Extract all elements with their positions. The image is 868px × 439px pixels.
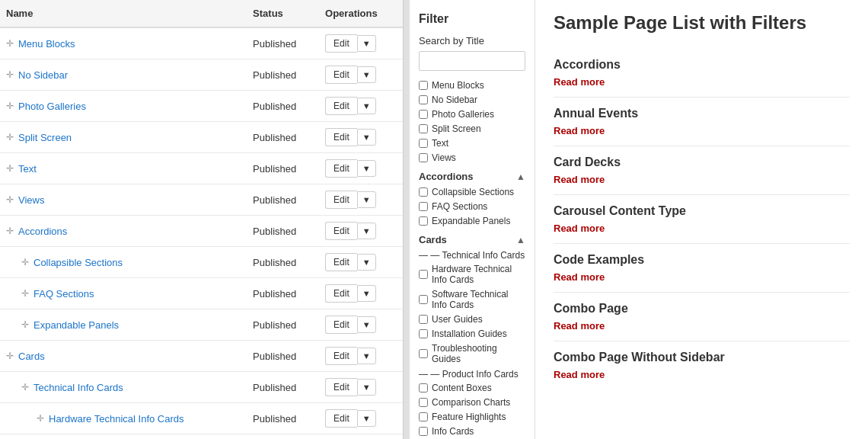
- filter-label[interactable]: Views: [432, 152, 456, 163]
- filter-checkbox[interactable]: [419, 270, 428, 279]
- filter-label[interactable]: No Sidebar: [432, 95, 477, 105]
- read-more-link[interactable]: Read more: [554, 369, 605, 380]
- read-more-link[interactable]: Read more: [554, 174, 605, 185]
- status-cell: Published: [247, 153, 319, 184]
- dropdown-button[interactable]: ▼: [357, 285, 376, 302]
- filter-label[interactable]: Info Cards: [432, 426, 474, 437]
- filter-checkbox[interactable]: [419, 383, 428, 393]
- filter-label[interactable]: Content Boxes: [432, 383, 492, 393]
- section-toggle-button[interactable]: ▲: [516, 171, 525, 182]
- page-link[interactable]: Collapsible Sections: [34, 257, 123, 268]
- edit-button[interactable]: Edit: [325, 409, 357, 428]
- filter-label[interactable]: Feature Highlights: [432, 412, 506, 422]
- drag-icon[interactable]: ✛: [6, 101, 14, 111]
- page-link[interactable]: Split Screen: [18, 132, 72, 143]
- page-link[interactable]: Accordions: [18, 226, 67, 237]
- dropdown-button[interactable]: ▼: [357, 254, 376, 271]
- read-more-link[interactable]: Read more: [554, 271, 605, 283]
- filter-label[interactable]: Text: [432, 138, 448, 149]
- drag-icon[interactable]: ✛: [6, 132, 14, 143]
- dropdown-button[interactable]: ▼: [357, 160, 376, 177]
- drag-icon[interactable]: ✛: [21, 257, 29, 268]
- filter-checkbox[interactable]: [419, 427, 428, 436]
- read-more-link[interactable]: Read more: [554, 320, 605, 332]
- filter-checkbox[interactable]: [419, 216, 428, 226]
- filter-label[interactable]: Hardware Technical Info Cards: [432, 264, 525, 285]
- drag-icon[interactable]: ✛: [6, 226, 14, 236]
- filter-checkbox[interactable]: [419, 95, 428, 104]
- filter-checkbox[interactable]: [419, 139, 428, 148]
- filter-label[interactable]: Photo Galleries: [432, 109, 494, 120]
- read-more-link[interactable]: Read more: [554, 76, 605, 88]
- edit-button[interactable]: Edit: [325, 159, 357, 178]
- filter-checkbox[interactable]: [419, 315, 428, 324]
- dropdown-button[interactable]: ▼: [357, 348, 376, 364]
- filter-label[interactable]: Installation Guides: [432, 328, 507, 339]
- page-link[interactable]: FAQ Sections: [34, 288, 94, 300]
- edit-button[interactable]: Edit: [325, 222, 357, 240]
- edit-button[interactable]: Edit: [325, 97, 357, 115]
- read-more-link[interactable]: Read more: [554, 223, 605, 234]
- edit-button[interactable]: Edit: [325, 284, 357, 303]
- drag-icon[interactable]: ✛: [6, 194, 14, 205]
- filter-checkbox[interactable]: [419, 187, 428, 197]
- page-link[interactable]: Text: [18, 163, 37, 175]
- edit-button[interactable]: Edit: [325, 347, 357, 365]
- filter-checkbox[interactable]: [419, 110, 428, 119]
- filter-checkbox[interactable]: [419, 295, 428, 304]
- dropdown-button[interactable]: ▼: [357, 129, 376, 146]
- edit-button[interactable]: Edit: [325, 66, 357, 84]
- drag-icon[interactable]: ✛: [6, 69, 14, 80]
- edit-button[interactable]: Edit: [325, 128, 357, 146]
- dropdown-button[interactable]: ▼: [357, 35, 376, 52]
- filter-label[interactable]: Menu Blocks: [432, 80, 484, 91]
- drag-icon[interactable]: ✛: [6, 38, 14, 49]
- page-link[interactable]: Expandable Panels: [34, 319, 119, 331]
- search-input[interactable]: [419, 51, 525, 71]
- edit-button[interactable]: Edit: [325, 316, 357, 334]
- edit-button[interactable]: Edit: [325, 378, 357, 396]
- edit-button[interactable]: Edit: [325, 191, 357, 209]
- page-link[interactable]: Hardware Technical Info Cards: [49, 413, 184, 425]
- drag-icon[interactable]: ✛: [21, 288, 29, 299]
- page-link[interactable]: Menu Blocks: [18, 38, 75, 50]
- filter-label[interactable]: FAQ Sections: [432, 201, 487, 212]
- dropdown-button[interactable]: ▼: [357, 191, 376, 208]
- drag-icon[interactable]: ✛: [6, 351, 14, 361]
- page-link[interactable]: No Sidebar: [18, 69, 68, 81]
- drag-icon[interactable]: ✛: [37, 413, 44, 424]
- page-link[interactable]: Views: [18, 194, 44, 206]
- dropdown-button[interactable]: ▼: [357, 223, 376, 239]
- filter-label[interactable]: Expandable Panels: [432, 216, 510, 226]
- edit-button[interactable]: Edit: [325, 34, 357, 53]
- filter-checkbox[interactable]: [419, 329, 428, 338]
- page-link[interactable]: Technical Info Cards: [34, 382, 123, 393]
- filter-checkbox[interactable]: [419, 349, 428, 358]
- edit-button[interactable]: Edit: [325, 253, 357, 271]
- dropdown-button[interactable]: ▼: [357, 316, 376, 333]
- dropdown-button[interactable]: ▼: [357, 98, 376, 114]
- filter-label[interactable]: User Guides: [432, 314, 483, 325]
- section-toggle-button[interactable]: ▲: [516, 235, 525, 245]
- filter-checkbox[interactable]: [419, 398, 428, 407]
- table-row: ✛TextPublishedEdit▼: [0, 153, 403, 184]
- filter-checkbox[interactable]: [419, 124, 428, 133]
- filter-checkbox[interactable]: [419, 202, 428, 211]
- page-link[interactable]: Cards: [18, 351, 45, 362]
- filter-label[interactable]: Comparison Charts: [432, 397, 510, 408]
- drag-icon[interactable]: ✛: [6, 163, 14, 174]
- filter-checkbox[interactable]: [419, 153, 428, 162]
- filter-label[interactable]: Troubleshooting Guides: [432, 343, 525, 364]
- filter-checkbox[interactable]: [419, 412, 428, 421]
- dropdown-button[interactable]: ▼: [357, 66, 376, 83]
- filter-checkbox[interactable]: [419, 81, 428, 90]
- filter-label[interactable]: Split Screen: [432, 123, 481, 134]
- filter-label[interactable]: Software Technical Info Cards: [432, 289, 525, 310]
- filter-label[interactable]: Collapsible Sections: [432, 187, 514, 197]
- dropdown-button[interactable]: ▼: [357, 410, 376, 427]
- drag-icon[interactable]: ✛: [21, 319, 29, 330]
- dropdown-button[interactable]: ▼: [357, 379, 376, 396]
- page-link[interactable]: Photo Galleries: [18, 101, 86, 112]
- drag-icon[interactable]: ✛: [21, 382, 29, 393]
- read-more-link[interactable]: Read more: [554, 125, 605, 136]
